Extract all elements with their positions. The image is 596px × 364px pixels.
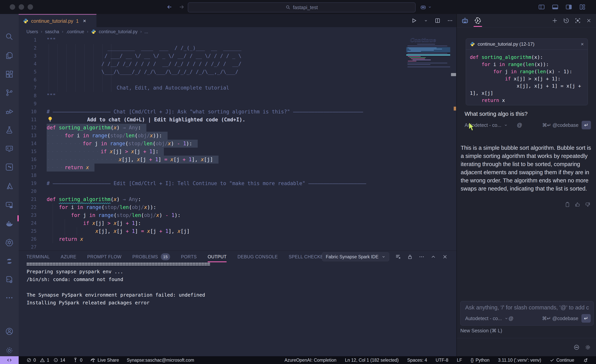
breadcrumb-item[interactable]: .continue <box>66 29 84 34</box>
language-status[interactable]: {} Python <box>471 357 490 363</box>
customize-layout-icon[interactable] <box>579 3 586 10</box>
chevron-down-icon[interactable] <box>504 123 508 127</box>
code-line[interactable]: 1""" <box>19 36 456 44</box>
panel-tab-output[interactable]: OUTPUT <box>208 254 227 260</box>
source-control-icon[interactable] <box>5 88 14 97</box>
code-line[interactable]: 14········for j in range(stop/len(obj/x)… <box>19 140 456 148</box>
breadcrumb-item[interactable]: Users <box>26 29 38 34</box>
code-line[interactable]: 25 x[j], x[j + 1] = x[j + 1], x[j] <box>19 227 456 235</box>
panel-tab-terminal[interactable]: TERMINAL <box>26 254 50 260</box>
panel-tab-prompt-flow[interactable]: PROMPT FLOW <box>87 254 121 260</box>
code-line[interactable]: 23 for j in range(stop/len(obj/x) - 1): <box>19 211 456 219</box>
feedback-icon[interactable] <box>574 344 580 350</box>
clear-output-icon[interactable] <box>395 254 401 260</box>
toggle-sidebar-icon[interactable] <box>538 3 545 10</box>
cursor-position-status[interactable]: Ln 12, Col 1 (182 selected) <box>345 357 399 363</box>
code-line[interactable]: 13····for i in range(stop/len(obj/x)): <box>19 132 456 140</box>
minimap[interactable]: Continue <box>406 36 450 106</box>
chevron-down-icon[interactable] <box>504 316 508 320</box>
editor-scrollbar-handle[interactable] <box>451 73 456 76</box>
thumbs-up-icon[interactable] <box>575 202 581 207</box>
terraform-icon[interactable] <box>5 163 14 171</box>
maximize-panel-icon[interactable] <box>430 254 436 260</box>
chat-input[interactable]: Ask anything, '/' for slash commands, '@… <box>460 301 594 326</box>
code-line[interactable]: 24 if x[j] > x[j + 1]: <box>19 219 456 227</box>
context-code-card[interactable]: continue_tutorial.py (12-17) × def sorti… <box>466 38 588 105</box>
continue-status[interactable]: Continue <box>550 357 574 363</box>
code-line[interactable]: 3 / ___/ __ \/ __ \/ _ \/ __/ / __ \/ / … <box>19 52 456 60</box>
synapse-icon[interactable] <box>5 257 14 266</box>
fullscreen-icon[interactable] <box>575 17 581 24</box>
code-line[interactable]: 15············if x[j] > x[j + 1]: <box>19 148 456 156</box>
run-dropdown-chevron-icon[interactable] <box>424 18 428 23</box>
panel-tab-spell-checker[interactable]: SPELL CHECKER <box>289 254 327 260</box>
minimize-window-button[interactable] <box>19 4 24 10</box>
robot-tab-icon[interactable] <box>461 17 469 24</box>
eol-status[interactable]: LF <box>457 357 462 363</box>
code-line[interactable]: 20 <box>19 188 456 195</box>
code-line[interactable]: 10# ——————————————————— Chat [Cmd/Ctrl +… <box>19 108 456 116</box>
user-message[interactable]: What sorting algo is this? <box>465 111 528 117</box>
breadcrumb-item[interactable]: ... <box>144 29 148 34</box>
output-channel-select[interactable]: Fabric Synapse Spark IDE <box>322 252 389 261</box>
panel-tab-problems[interactable]: PROBLEMS15 <box>132 253 170 260</box>
command-center-search[interactable]: fastapi_test <box>188 2 416 12</box>
code-line[interactable]: 19# ——————————————————— Edit [Cmd/Ctrl +… <box>19 180 456 188</box>
split-editor-icon[interactable] <box>435 18 440 23</box>
copilot-icon[interactable] <box>420 4 426 10</box>
nav-forward-button[interactable] <box>179 4 185 10</box>
azure-openai-status[interactable]: AzureOpenAI: Completion <box>284 357 336 363</box>
encoding-status[interactable]: UTF-8 <box>436 357 448 363</box>
zoom-window-button[interactable] <box>28 4 33 10</box>
close-window-button[interactable] <box>10 4 15 10</box>
code-line[interactable]: 12def sorting_algorithm(x) → Any: <box>19 124 456 132</box>
codebase-shortcut[interactable]: ⌘↵ @codebase <box>542 316 578 321</box>
kubernetes-icon[interactable] <box>5 238 14 247</box>
code-line[interactable]: 18 <box>19 172 456 180</box>
problems-status[interactable]: 0 1 14 <box>26 357 65 363</box>
code-line[interactable]: 22 for i in range(stop/len(obj/x)): <box>19 203 456 211</box>
panel-tab-azure[interactable]: AZURE <box>61 254 76 260</box>
code-line[interactable]: 6 <box>19 76 456 84</box>
remote-explorer-icon[interactable] <box>5 145 14 153</box>
code-line[interactable]: 5 \___/\____/_/ /_/\___/\__/_/_/ /_/\__,… <box>19 68 456 76</box>
code-line[interactable]: 11 Add to chat (Cmd+L) | Edit highlighte… <box>19 116 456 124</box>
run-python-file-icon[interactable] <box>411 17 417 24</box>
accounts-icon[interactable] <box>5 327 14 336</box>
azure-icon[interactable] <box>5 182 14 190</box>
search-icon[interactable] <box>5 32 14 41</box>
submit-button[interactable]: ↵ <box>581 314 591 323</box>
code-line[interactable]: 8""" <box>19 92 456 100</box>
code-line[interactable]: 2 _________ ____ ___ / /_(_)___ __ _____… <box>19 44 456 52</box>
settings-gear-icon[interactable] <box>585 344 591 350</box>
indentation-status[interactable]: Spaces: 4 <box>407 357 427 363</box>
code-line[interactable]: 26 return x <box>19 235 456 243</box>
close-panel-icon[interactable] <box>442 254 448 260</box>
thumbs-down-icon[interactable] <box>585 202 590 207</box>
remote-indicator[interactable] <box>0 356 19 364</box>
cloud-workspace-icon[interactable] <box>5 201 14 209</box>
code-editor[interactable]: 1"""2 _________ ____ ___ / /_(_)___ __ _… <box>19 36 456 251</box>
copy-icon[interactable] <box>565 202 570 207</box>
code-line[interactable]: 21def sorting_algorithm(x) → Any: <box>19 195 456 203</box>
code-line[interactable]: 16················x[j], x[j + 1] = x[j +… <box>19 156 456 164</box>
run-debug-icon[interactable] <box>5 107 14 116</box>
more-actions-icon[interactable] <box>447 18 453 23</box>
files-icon[interactable] <box>5 51 14 60</box>
code-line[interactable]: 27 <box>19 243 456 251</box>
model-selector[interactable]: Autodetect - co... <box>465 316 502 321</box>
code-line[interactable]: 17····return x <box>19 164 456 172</box>
code-line[interactable]: 9 <box>19 100 456 108</box>
close-panel-icon[interactable] <box>586 18 592 23</box>
history-icon[interactable] <box>563 17 570 24</box>
continue-logo-icon[interactable] <box>474 17 482 24</box>
lock-output-icon[interactable] <box>407 254 413 260</box>
tab-close-icon[interactable]: × <box>83 18 86 24</box>
breadcrumb-item[interactable]: sascha <box>45 29 59 34</box>
nav-back-button[interactable] <box>166 4 173 10</box>
panel-tab-debug-console[interactable]: DEBUG CONSOLE <box>238 254 278 260</box>
python-interpreter-status[interactable]: 3.11.10 ('.venv': venv) <box>498 357 541 363</box>
broadcast-status[interactable]: 0 <box>73 357 82 363</box>
live-share-status[interactable]: Live Share <box>90 357 119 363</box>
docker-icon[interactable] <box>5 219 14 228</box>
